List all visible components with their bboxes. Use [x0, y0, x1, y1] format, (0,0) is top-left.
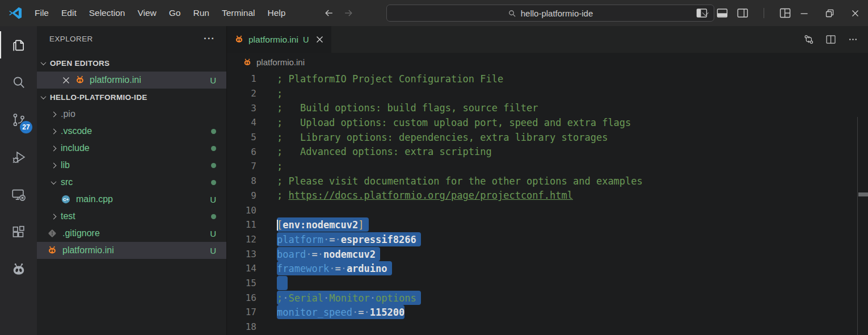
minimize-button[interactable]	[791, 0, 817, 26]
code-token: ·	[323, 233, 329, 245]
code-line[interactable]: 16;·Serial·Monitor·options	[227, 290, 868, 305]
selection-highlight	[277, 276, 288, 290]
tree-item-include[interactable]: include	[37, 140, 226, 157]
menu-terminal[interactable]: Terminal	[216, 5, 262, 21]
vscode-window: FileEditSelectionViewGoRunTerminalHelp h…	[0, 0, 868, 335]
platformio-icon	[75, 75, 85, 85]
code-line[interactable]: 13board·=·nodemcuv2	[227, 246, 868, 261]
tree-item-platformio-ini[interactable]: platformio.iniU	[37, 242, 226, 259]
more-actions-icon[interactable]: ···	[204, 33, 215, 44]
code-line[interactable]: 15	[227, 276, 868, 291]
line-number: 11	[227, 219, 256, 230]
close-button[interactable]	[842, 0, 868, 26]
menu-edit[interactable]: Edit	[55, 5, 83, 21]
link-text[interactable]: https://docs.platformio.org/page/project…	[288, 190, 573, 201]
tree-item-src[interactable]: src	[37, 174, 226, 191]
tree-item-test[interactable]: test	[37, 208, 226, 225]
code-token: platform	[277, 233, 323, 245]
customize-layout-icon[interactable]	[779, 7, 791, 19]
arrow-right-icon[interactable]	[343, 7, 354, 19]
open-editors-section-header[interactable]: OPEN EDITORS	[37, 55, 226, 72]
line-content: ; Build options: build flags, source fil…	[277, 102, 538, 114]
platformio-icon	[243, 58, 252, 67]
code-line[interactable]: 10	[227, 203, 868, 217]
toggle-panel-icon[interactable]	[716, 7, 728, 19]
activity-source-control[interactable]: 27	[0, 101, 37, 139]
line-number: 3	[227, 103, 256, 114]
code-token: ·	[370, 292, 376, 303]
tab-platformio-ini[interactable]: platformio.ini U	[227, 26, 331, 53]
menu-selection[interactable]: Selection	[83, 5, 132, 21]
line-number: 9	[227, 190, 256, 201]
menu-go[interactable]: Go	[163, 5, 187, 21]
restore-button[interactable]	[817, 0, 842, 26]
menu-run[interactable]: Run	[187, 5, 215, 21]
tree-item-pio[interactable]: .pio	[37, 106, 226, 123]
line-number: 12	[227, 234, 256, 245]
activity-extensions[interactable]	[0, 213, 37, 251]
close-icon	[850, 9, 860, 18]
tree-item-main-cpp[interactable]: C+main.cppU	[37, 191, 226, 208]
code-line[interactable]: 7;	[227, 159, 868, 174]
chevron-right-icon	[51, 145, 57, 151]
tree-item-label: .pio	[61, 109, 75, 119]
code-line[interactable]: 14framework·=·arduino	[227, 261, 868, 276]
more-actions-icon[interactable]	[847, 34, 859, 45]
code-token: nodemcuv2	[323, 248, 376, 259]
git-status-badge: U	[210, 246, 216, 256]
line-number: 15	[227, 278, 256, 288]
project-section-header[interactable]: HELLO-PLATFORMIO-IDE	[37, 89, 226, 106]
line-number: 2	[227, 88, 256, 99]
code-line[interactable]: 2;	[227, 86, 868, 101]
code-line[interactable]: 17monitor_speed·=·115200	[227, 305, 868, 320]
code-line[interactable]: 4; Upload options: custom upload port, s…	[227, 115, 868, 130]
tab-label: platformio.ini	[248, 35, 298, 45]
search-input[interactable]: hello-platformio-ide	[386, 5, 714, 22]
activity-run-debug[interactable]	[0, 139, 37, 176]
toggle-secondary-sidebar-icon[interactable]	[736, 7, 749, 19]
search-value: hello-platformio-ide	[521, 9, 593, 18]
menu-view[interactable]: View	[131, 5, 162, 21]
tree-item-vscode[interactable]: .vscode	[37, 123, 226, 140]
menu-help[interactable]: Help	[262, 5, 292, 21]
code-line[interactable]: 8; Please visit documentation for the ot…	[227, 174, 868, 189]
close-icon[interactable]	[315, 35, 324, 44]
code-token: =	[311, 248, 317, 259]
code-line[interactable]: 18	[227, 320, 868, 334]
tree-item-lib[interactable]: lib	[37, 157, 226, 174]
code-token: espressif8266	[341, 233, 416, 245]
activity-explorer[interactable]	[0, 26, 37, 64]
line-content: framework·=·arduino	[277, 263, 392, 274]
code-line[interactable]: 9; https://docs.platformio.org/page/proj…	[227, 189, 868, 203]
code-line[interactable]: 12platform·=·espressif8266	[227, 232, 868, 247]
tab-dirty-badge: U	[303, 35, 309, 44]
activity-search[interactable]	[0, 64, 37, 101]
code-line[interactable]: 11[env:nodemcuv2]	[227, 217, 868, 232]
code-line[interactable]: 3; Build options: build flags, source fi…	[227, 101, 868, 115]
line-content: ; Please visit documentation for the oth…	[277, 175, 643, 187]
arrow-left-icon[interactable]	[323, 7, 335, 19]
menu-file[interactable]: File	[28, 5, 55, 21]
code-line[interactable]: 5; Library options: dependencies, extra …	[227, 130, 868, 145]
close-icon[interactable]	[62, 76, 70, 85]
remote-icon	[11, 187, 27, 203]
code-line[interactable]: 1; PlatformIO Project Configuration File	[227, 72, 868, 86]
open-changes-icon[interactable]	[803, 34, 815, 45]
code-token: ]	[358, 219, 364, 231]
open-editor-item[interactable]: platformio.ini U	[37, 72, 226, 89]
activity-platformio[interactable]	[0, 251, 37, 288]
code-editor[interactable]: 1; PlatformIO Project Configuration File…	[227, 72, 868, 335]
split-editor-icon[interactable]	[825, 34, 837, 45]
line-content: ;	[277, 161, 283, 172]
git-status-badge: U	[210, 76, 216, 85]
toggle-primary-sidebar-icon[interactable]	[696, 7, 708, 19]
line-number: 16	[227, 292, 256, 303]
scrollbar-thumb[interactable]	[858, 192, 868, 196]
tree-item-gitignore[interactable]: .gitignoreU	[37, 225, 226, 242]
breadcrumb[interactable]: platformio.ini	[227, 53, 868, 72]
open-editors-label: OPEN EDITORS	[50, 59, 109, 68]
code-line[interactable]: 6; Advanced options: extra scripting	[227, 144, 868, 159]
activity-remote-explorer[interactable]	[0, 176, 37, 213]
source-control-count-badge: 27	[20, 121, 32, 133]
scrollbar[interactable]	[857, 117, 868, 335]
